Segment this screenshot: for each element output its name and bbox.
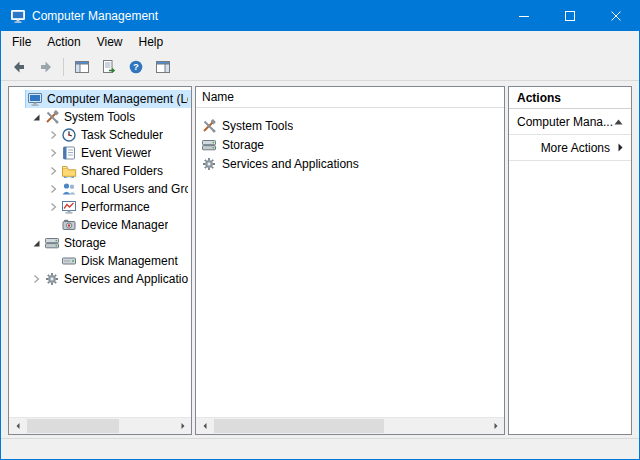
- collapse-tree-icon[interactable]: [28, 236, 43, 250]
- list-horizontal-scrollbar[interactable]: [196, 417, 504, 434]
- tree-item-task-scheduler[interactable]: Task Scheduler: [9, 126, 191, 144]
- tree-item-label: Computer Management (Local: [47, 92, 188, 106]
- computer-management-app-icon: [10, 8, 26, 24]
- scroll-right-button[interactable]: [174, 418, 191, 434]
- title-bar[interactable]: Computer Management: [1, 1, 639, 31]
- scrollbar-track[interactable]: [213, 418, 487, 434]
- tree-item-label: Disk Management: [81, 254, 178, 268]
- show-console-tree-button[interactable]: [69, 55, 94, 79]
- tree-item-label: Task Scheduler: [81, 128, 163, 142]
- actions-pane-icon: [155, 59, 171, 75]
- scrollbar-thumb[interactable]: [214, 419, 384, 433]
- tree-item-content: Shared Folders: [60, 162, 191, 180]
- storage-icon: [201, 137, 217, 153]
- collapse-group-icon[interactable]: [614, 119, 623, 125]
- folder-shared-icon: [61, 163, 77, 179]
- minimize-icon: [519, 11, 529, 21]
- help-icon: ?: [128, 59, 144, 75]
- tree-item-local-users-and-groups[interactable]: Local Users and Groups: [9, 180, 191, 198]
- window-controls: [501, 1, 639, 31]
- storage-icon: [44, 235, 60, 251]
- expander-spacer: [45, 218, 60, 232]
- menu-view[interactable]: View: [89, 32, 131, 52]
- results-list: System ToolsStorageServices and Applicat…: [196, 108, 504, 417]
- tree-item-label: Event Viewer: [81, 146, 151, 160]
- list-item-system-tools[interactable]: System Tools: [196, 116, 504, 135]
- tree-item-content: Local Users and Groups: [60, 180, 191, 198]
- tree-item-storage[interactable]: Storage: [9, 234, 191, 252]
- tree-item-label: System Tools: [64, 110, 135, 124]
- minimize-button[interactable]: [501, 1, 547, 31]
- list-item-label: Storage: [222, 138, 264, 152]
- scroll-right-button[interactable]: [487, 418, 504, 434]
- menu-bar: File Action View Help: [1, 31, 639, 53]
- expand-tree-icon[interactable]: [45, 182, 60, 196]
- tree-item-content: Performance: [60, 198, 191, 216]
- expand-tree-icon[interactable]: [45, 164, 60, 178]
- expand-tree-icon[interactable]: [45, 146, 60, 160]
- actions-pane: Actions Computer Mana... More Actions: [508, 86, 632, 435]
- scrollbar-track[interactable]: [26, 418, 174, 434]
- tree-item-shared-folders[interactable]: Shared Folders: [9, 162, 191, 180]
- tree-item-performance[interactable]: Performance: [9, 198, 191, 216]
- show-actions-pane-button[interactable]: [150, 55, 175, 79]
- menu-help[interactable]: Help: [131, 32, 172, 52]
- tree-item-label: Shared Folders: [81, 164, 163, 178]
- forward-button[interactable]: [33, 55, 58, 79]
- console-tree-icon: [74, 59, 90, 75]
- tree-item-label: Local Users and Groups: [81, 182, 188, 196]
- window-title: Computer Management: [32, 9, 158, 23]
- more-actions-button[interactable]: More Actions: [509, 135, 631, 161]
- toolbar-separator: [63, 58, 64, 76]
- tree-item-label: Performance: [81, 200, 150, 214]
- scroll-right-icon: [179, 422, 187, 430]
- tree-item-content: Disk Management: [60, 252, 191, 270]
- results-pane: Name System ToolsStorageServices and App…: [195, 86, 505, 435]
- column-header-name[interactable]: Name: [196, 87, 504, 108]
- list-item-storage[interactable]: Storage: [196, 135, 504, 154]
- tree-item-content: System Tools: [43, 108, 191, 126]
- tree-item-system-tools[interactable]: System Tools: [9, 108, 191, 126]
- collapse-tree-icon[interactable]: [28, 110, 43, 124]
- scrollbar-thumb[interactable]: [27, 419, 119, 433]
- console-content: Computer Management (LocalSystem ToolsTa…: [1, 81, 639, 438]
- users-icon: [61, 181, 77, 197]
- close-button[interactable]: [593, 1, 639, 31]
- tree-item-disk-management[interactable]: Disk Management: [9, 252, 191, 270]
- menu-file[interactable]: File: [4, 32, 39, 52]
- expand-tree-icon[interactable]: [45, 200, 60, 214]
- maximize-button[interactable]: [547, 1, 593, 31]
- tree-item-content: Device Manager: [60, 216, 191, 234]
- menu-action[interactable]: Action: [39, 32, 88, 52]
- status-bar: [1, 438, 639, 459]
- actions-group-computer-management[interactable]: Computer Mana...: [509, 109, 631, 135]
- scroll-left-button[interactable]: [9, 418, 26, 434]
- submenu-arrow-icon: [618, 143, 623, 152]
- tree-horizontal-scrollbar[interactable]: [9, 417, 191, 434]
- disk-icon: [61, 253, 77, 269]
- tree-item-computer-management-local[interactable]: Computer Management (Local: [9, 90, 191, 108]
- expand-tree-icon[interactable]: [45, 128, 60, 142]
- tree-item-services-and-applications[interactable]: Services and Applications: [9, 270, 191, 288]
- list-item-services-and-applications[interactable]: Services and Applications: [196, 154, 504, 173]
- more-actions-label: More Actions: [541, 141, 610, 155]
- tools-icon: [44, 109, 60, 125]
- tree-item-device-manager[interactable]: Device Manager: [9, 216, 191, 234]
- export-list-button[interactable]: [96, 55, 121, 79]
- tree-item-event-viewer[interactable]: Event Viewer: [9, 144, 191, 162]
- back-button[interactable]: [6, 55, 31, 79]
- scroll-right-icon: [492, 422, 500, 430]
- help-button[interactable]: ?: [123, 55, 148, 79]
- tools-icon: [201, 118, 217, 134]
- event-icon: [61, 145, 77, 161]
- tree-item-content: Task Scheduler: [60, 126, 191, 144]
- tree-item-content: Computer Management (Local: [26, 90, 191, 108]
- close-icon: [611, 11, 621, 21]
- console-tree: Computer Management (LocalSystem ToolsTa…: [9, 87, 191, 417]
- performance-icon: [61, 199, 77, 215]
- device-icon: [61, 217, 77, 233]
- expand-tree-icon[interactable]: [28, 272, 43, 286]
- column-header-label: Name: [202, 90, 234, 104]
- scroll-left-button[interactable]: [196, 418, 213, 434]
- actions-group-label: Computer Mana...: [517, 115, 613, 129]
